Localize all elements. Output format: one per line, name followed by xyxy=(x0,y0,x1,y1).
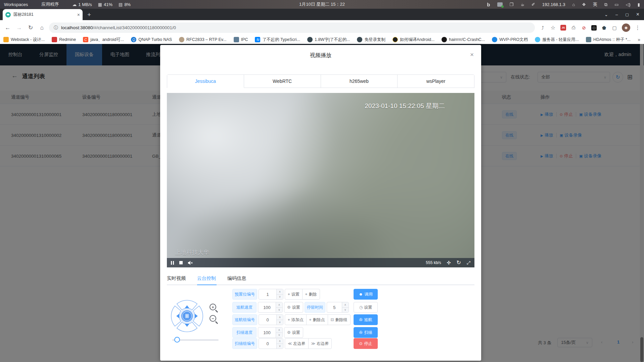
fullscreen-icon[interactable]: ⤢ xyxy=(467,260,470,265)
spin-down-icon[interactable]: ∨ xyxy=(277,344,283,349)
bookmark-item[interactable]: RFC2833 – RTP Ev... xyxy=(179,37,227,42)
cruise-add-point-button[interactable]: ⌖添加点 xyxy=(285,314,307,325)
bookmark-item[interactable]: 知了不起的 TypeScri... xyxy=(255,37,300,43)
coffee-tray-icon[interactable]: ☕ xyxy=(520,2,524,7)
spin-up-icon[interactable]: ∧ xyxy=(276,302,282,308)
phone-link-icon[interactable]: ⧉ xyxy=(604,2,607,7)
bookmark-item[interactable]: Cjava、android可... xyxy=(83,37,124,43)
spin-down-icon[interactable]: ∨ xyxy=(276,308,282,313)
cruise-start-button[interactable]: ✇巡航 xyxy=(354,314,378,325)
preset-number-input[interactable]: 1 ∧∨ xyxy=(259,289,283,300)
video-player[interactable]: 2023-01-10 15:22:05 星期二 上地科技大华 xyxy=(167,93,474,267)
ip-address[interactable]: 192.168.1.3 xyxy=(542,2,565,7)
reload-stream-icon[interactable]: ↻ xyxy=(456,260,461,265)
back-nav-icon[interactable]: ← xyxy=(2,24,13,31)
bookmark-item[interactable]: IPC xyxy=(234,37,248,42)
tab-close-icon[interactable]: × xyxy=(77,12,80,17)
spin-up-icon[interactable]: ∧ xyxy=(277,289,283,295)
scan-left-boundary-button[interactable]: ≪左边界 xyxy=(285,338,309,349)
ptz-stop-button[interactable]: ⊙停止 xyxy=(354,338,378,349)
zoom-out-button[interactable]: − xyxy=(209,315,219,324)
stop-button[interactable] xyxy=(179,261,183,264)
tab-encoding-info[interactable]: 编码信息 xyxy=(227,275,246,281)
tab-webrtc[interactable]: WebRTC xyxy=(244,75,321,88)
display-icon[interactable]: ▭ xyxy=(614,2,618,7)
scan-speed-set-button[interactable]: ⚙设置 xyxy=(284,327,303,338)
browser-tab[interactable]: 国标28181 × xyxy=(3,9,83,20)
cruise-group-input[interactable]: 0 ∧∨ xyxy=(259,314,283,325)
zoom-in-button[interactable]: + xyxy=(209,303,219,313)
workspace-switch-icon[interactable]: ❖ xyxy=(582,2,586,7)
bookmark-item[interactable]: WVP-PRO文档 xyxy=(492,37,528,43)
url-field[interactable]: ⓘ localhost:38080/#/channelList/34020000… xyxy=(49,22,535,33)
spin-up-icon[interactable]: ∧ xyxy=(277,339,283,344)
bookmark-item[interactable]: QQNAP Turbo NAS xyxy=(131,37,172,42)
window-maximize-button[interactable]: ▢ xyxy=(625,12,629,17)
scan-start-button[interactable]: ✇扫描 xyxy=(354,327,378,338)
spin-up-icon[interactable]: ∧ xyxy=(276,327,282,333)
screenshot-tray-icon[interactable] xyxy=(497,2,503,7)
slider-handle[interactable] xyxy=(174,337,180,343)
bookmark-item[interactable]: Redmine xyxy=(52,37,76,42)
tab-ptz-control[interactable]: 云台控制 xyxy=(197,275,216,281)
extension-blocker-icon[interactable]: ⊘ xyxy=(581,25,587,31)
performance-fan-icon[interactable]: ✣ xyxy=(447,260,451,265)
new-tab-button[interactable]: + xyxy=(87,9,91,20)
bookmark-item[interactable]: hairrrrr/C-CrashC... xyxy=(442,37,485,42)
profile-avatar[interactable]: ☻ xyxy=(622,23,630,32)
mute-button[interactable] xyxy=(188,261,193,265)
preset-set-button[interactable]: ⌖设置 xyxy=(285,289,303,300)
bookmark-item[interactable]: 如何编译Android... xyxy=(393,37,435,43)
extension-shield-icon[interactable]: ⬟ xyxy=(601,25,607,31)
stay-time-set-button[interactable]: ◷设置 xyxy=(354,302,378,313)
reload-icon[interactable]: ↻ xyxy=(25,24,36,31)
window-minimize-button[interactable]: – xyxy=(615,12,618,17)
bookmark-item[interactable]: 免登录复制 xyxy=(357,37,385,43)
extension-frame-icon[interactable]: ▢ xyxy=(611,25,617,31)
bookmark-item[interactable]: Webstack - 设计... xyxy=(3,37,45,43)
browser-menu-icon[interactable]: ⋮ xyxy=(635,25,641,31)
dialog-close-icon[interactable]: × xyxy=(470,51,474,58)
spin-down-icon[interactable]: ∨ xyxy=(342,308,349,313)
share-icon[interactable]: ⤴ xyxy=(540,25,546,31)
tab-live-video[interactable]: 实时视频 xyxy=(167,275,186,281)
tab-search-icon[interactable]: ⌄ xyxy=(604,12,608,17)
site-info-icon[interactable]: ⓘ xyxy=(54,25,58,31)
forward-nav-icon[interactable]: → xyxy=(13,24,25,31)
bookmark-item[interactable]: 服务器 - 轻量应用... xyxy=(535,37,579,43)
cruise-delete-group-button[interactable]: ⊟删除组 xyxy=(328,314,351,325)
input-language-indicator[interactable]: 英 xyxy=(593,1,597,7)
extension-dark-icon[interactable]: ▢ xyxy=(591,25,597,31)
bookmark-item[interactable]: HDAtmos :: 种子 *... xyxy=(586,37,631,43)
tab-wsplayer[interactable]: wsPlayer xyxy=(398,75,474,88)
window-close-button[interactable]: × xyxy=(636,11,639,17)
scan-right-boundary-button[interactable]: ≫右边界 xyxy=(308,338,332,349)
spin-down-icon[interactable]: ∨ xyxy=(277,320,283,325)
spin-up-icon[interactable]: ∧ xyxy=(277,315,283,320)
bookmark-item[interactable]: 1.8W字|了不起的... xyxy=(307,37,350,43)
spin-down-icon[interactable]: ∨ xyxy=(276,333,282,338)
spin-down-icon[interactable]: ∨ xyxy=(277,295,283,300)
extension-js-icon[interactable]: JS xyxy=(560,25,566,31)
scan-speed-input[interactable]: 100 ∧∨ xyxy=(258,327,283,338)
spin-up-icon[interactable]: ∧ xyxy=(342,302,349,308)
browser-home-icon[interactable]: ⌂ xyxy=(36,24,48,31)
tab-jessibuca[interactable]: Jessibuca xyxy=(167,75,244,88)
bing-tray-icon[interactable]: b xyxy=(487,2,490,7)
preset-delete-button[interactable]: ⌖删除 xyxy=(302,289,320,300)
home-tray-icon[interactable]: ⌂ xyxy=(572,2,575,7)
pen-tray-icon[interactable]: ✐ xyxy=(532,2,535,7)
battery-icon[interactable]: ▮ xyxy=(638,2,640,7)
preset-call-button[interactable]: ☻调用 xyxy=(354,289,378,300)
cruise-speed-set-button[interactable]: ⚙设置 xyxy=(284,302,303,313)
volume-icon[interactable]: ◁) xyxy=(626,2,631,7)
ptz-direction-pad[interactable] xyxy=(170,299,204,333)
cruise-speed-input[interactable]: 100 ∧∨ xyxy=(258,302,283,313)
bookmark-star-icon[interactable]: ☆ xyxy=(550,25,556,31)
stay-time-input[interactable]: 5 ∧∨ xyxy=(327,302,349,313)
pause-button[interactable] xyxy=(171,261,174,265)
ptz-center-button[interactable] xyxy=(181,310,193,322)
clipboard-tray-icon[interactable]: ❐ xyxy=(510,2,514,7)
tab-h265web[interactable]: h265web xyxy=(321,75,398,88)
bookmarks-overflow-icon[interactable]: » xyxy=(638,37,642,42)
